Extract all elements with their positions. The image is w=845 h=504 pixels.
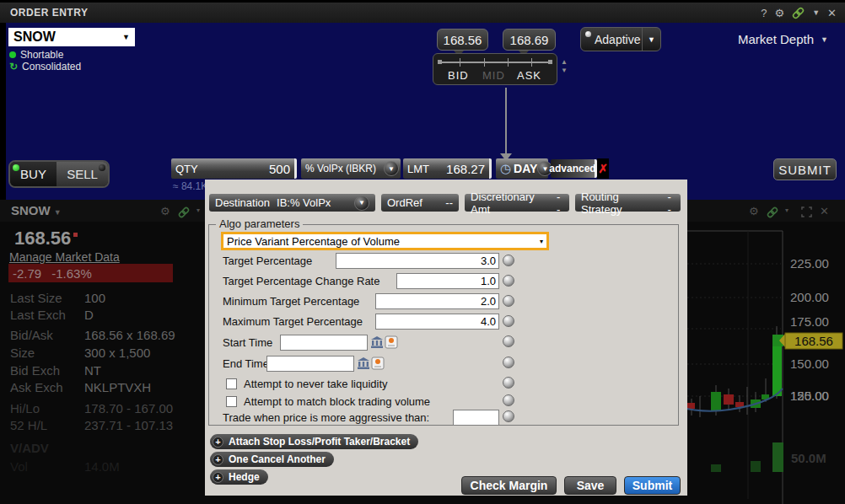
preset-caret[interactable]: ▼ bbox=[642, 28, 660, 51]
market-depth-menu[interactable]: Market Depth ▼ bbox=[738, 32, 828, 46]
buy-button[interactable]: BUY bbox=[10, 162, 57, 186]
change-value: -2.79 bbox=[13, 266, 41, 281]
chevron-down-icon: ▼ bbox=[122, 33, 130, 41]
price-spinner[interactable]: ▲ ▼ bbox=[561, 59, 568, 74]
time-picker-icon[interactable] bbox=[385, 334, 398, 349]
quantity-field[interactable]: QTY 500 bbox=[171, 158, 297, 179]
limit-price-value[interactable]: 168.27 bbox=[446, 162, 485, 176]
sell-button[interactable]: SELL bbox=[57, 162, 108, 186]
min-target-percentage-input[interactable] bbox=[375, 293, 499, 309]
start-time-label: Start Time bbox=[223, 336, 272, 349]
spinner-down-icon[interactable]: ▼ bbox=[561, 67, 568, 74]
slider-endcap bbox=[438, 60, 442, 64]
tick-indicator-icon bbox=[73, 233, 78, 237]
symbol-select[interactable]: SNOW ▼ bbox=[8, 28, 135, 46]
attach-bracket-button[interactable]: + Attach Stop Loss/Profit Taker/Bracket bbox=[210, 434, 418, 449]
titlebar: ORDER ENTRY ? ⚙ ▼ ✕ bbox=[0, 3, 845, 23]
volume-axis-label: 50.0M bbox=[791, 451, 826, 465]
hedge-button[interactable]: + Hedge bbox=[210, 469, 268, 485]
target-percentage-input[interactable] bbox=[336, 253, 499, 269]
quantity-value[interactable]: 500 bbox=[269, 162, 290, 176]
advanced-close-icon[interactable]: ✗ bbox=[597, 158, 609, 179]
plus-icon: + bbox=[213, 454, 223, 465]
slider-label-ask[interactable]: ASK bbox=[517, 69, 541, 82]
help-globe-icon[interactable] bbox=[503, 377, 514, 389]
clock-icon: ◷ bbox=[500, 161, 511, 176]
gear-icon[interactable]: ⚙ bbox=[160, 206, 170, 217]
check-margin-button[interactable]: Check Margin bbox=[461, 476, 557, 495]
link-icon[interactable] bbox=[792, 6, 805, 19]
collapse-icon[interactable]: ▼ bbox=[812, 9, 820, 17]
discretionary-amt-button[interactable]: Discretionary Amt -- bbox=[465, 194, 569, 212]
help-globe-icon[interactable] bbox=[503, 335, 514, 347]
never-take-liquidity-checkbox[interactable] bbox=[226, 378, 237, 389]
param-label: Maximum Target Percentage bbox=[223, 315, 363, 328]
row-value: 100 bbox=[84, 291, 105, 305]
match-block-volume-checkbox[interactable] bbox=[226, 396, 237, 407]
help-globe-icon[interactable] bbox=[503, 275, 514, 287]
help-globe-icon[interactable] bbox=[503, 295, 514, 307]
spinner-up-icon[interactable]: ▲ bbox=[561, 59, 568, 66]
destination-caret[interactable]: ▼ bbox=[354, 196, 369, 211]
end-time-row: End Time bbox=[223, 355, 269, 373]
param-label: Target Percentage Change Rate bbox=[223, 275, 379, 287]
order-type-dropdown[interactable]: % VolPx (IBKR) ▼ bbox=[301, 158, 401, 179]
price-slider[interactable]: BID MID ASK bbox=[433, 53, 557, 85]
order-type-caret[interactable]: ▼ bbox=[384, 161, 399, 176]
consolidated-label: Consolidated bbox=[22, 61, 81, 72]
save-button[interactable]: Save bbox=[564, 476, 616, 495]
ordref-button[interactable]: OrdRef -- bbox=[381, 194, 459, 212]
preset-label: Adaptive bbox=[595, 33, 640, 46]
manage-market-data-link[interactable]: Manage Market Data bbox=[9, 250, 120, 264]
market-hours-icon[interactable] bbox=[357, 355, 370, 370]
help-globe-icon[interactable] bbox=[503, 410, 514, 422]
shortable-flag: Shortable bbox=[9, 49, 63, 61]
destination-label: Destination bbox=[215, 196, 270, 209]
advanced-toggle[interactable]: advanced bbox=[551, 159, 597, 178]
help-globe-icon[interactable] bbox=[503, 315, 514, 327]
dialog-submit-button[interactable]: Submit bbox=[624, 476, 681, 495]
discretionary-label: Discretionary Amt bbox=[471, 190, 550, 216]
help-globe-icon[interactable] bbox=[503, 255, 514, 266]
submit-order-button[interactable]: SUBMIT bbox=[773, 158, 837, 180]
ask-price-button[interactable]: 168.69 bbox=[503, 29, 556, 51]
submit-order-label: SUBMIT bbox=[778, 163, 832, 177]
slider-track[interactable] bbox=[439, 62, 551, 63]
checkbox-row: Attempt to match block trading volume bbox=[226, 393, 430, 410]
help-globe-icon[interactable] bbox=[503, 394, 514, 406]
close-icon[interactable]: ✕ bbox=[827, 8, 837, 19]
market-hours-icon[interactable] bbox=[370, 334, 384, 349]
algo-preset-dropdown[interactable]: Adaptive ▼ bbox=[580, 27, 661, 51]
gear-icon[interactable]: ⚙ bbox=[775, 8, 785, 19]
row-value: 168.56 x 168.69 bbox=[84, 328, 175, 342]
bid-price-button[interactable]: 168.56 bbox=[437, 29, 488, 51]
algo-strategy-select[interactable]: Price Variant Percentage of Volume ▾ bbox=[221, 232, 549, 250]
change-percent: -1.63% bbox=[51, 266, 92, 281]
advanced-label: advanced bbox=[549, 163, 595, 174]
param-row: Maximum Target Percentage bbox=[223, 313, 363, 330]
chevron-down-icon[interactable]: ▾ bbox=[196, 207, 200, 214]
aggressive-price-input[interactable] bbox=[453, 410, 499, 426]
y-axis-label: 175.00 bbox=[790, 314, 829, 329]
shortable-dot-icon bbox=[9, 51, 16, 58]
time-picker-icon[interactable] bbox=[371, 355, 385, 370]
quote-symbol[interactable]: SNOW ▼ bbox=[11, 203, 62, 217]
help-icon[interactable]: ? bbox=[761, 8, 767, 19]
routing-strategy-button[interactable]: Routing Strategy -- bbox=[575, 194, 681, 212]
help-globe-icon[interactable] bbox=[503, 357, 514, 368]
one-cancel-another-button[interactable]: + One Cancel Another bbox=[210, 452, 334, 467]
end-time-input[interactable] bbox=[266, 356, 354, 372]
start-time-input[interactable] bbox=[280, 335, 368, 351]
row-label: Bid Exch bbox=[10, 363, 84, 378]
limit-price-field[interactable]: LMT 168.27 bbox=[403, 158, 492, 179]
max-target-percentage-input[interactable] bbox=[375, 314, 499, 330]
slider-label-mid[interactable]: MID bbox=[482, 69, 505, 82]
destination-dropdown[interactable]: Destination IB:% VolPx ▼ bbox=[209, 194, 375, 212]
slider-tick bbox=[460, 58, 460, 67]
tif-dropdown[interactable]: ◷ DAY ▼ bbox=[496, 158, 548, 179]
target-pct-change-rate-input[interactable] bbox=[396, 273, 499, 289]
last-price: 168.56 bbox=[14, 228, 78, 249]
link-icon[interactable] bbox=[178, 206, 190, 218]
side-toggle: BUY SELL bbox=[8, 160, 110, 188]
slider-label-bid[interactable]: BID bbox=[448, 69, 469, 82]
